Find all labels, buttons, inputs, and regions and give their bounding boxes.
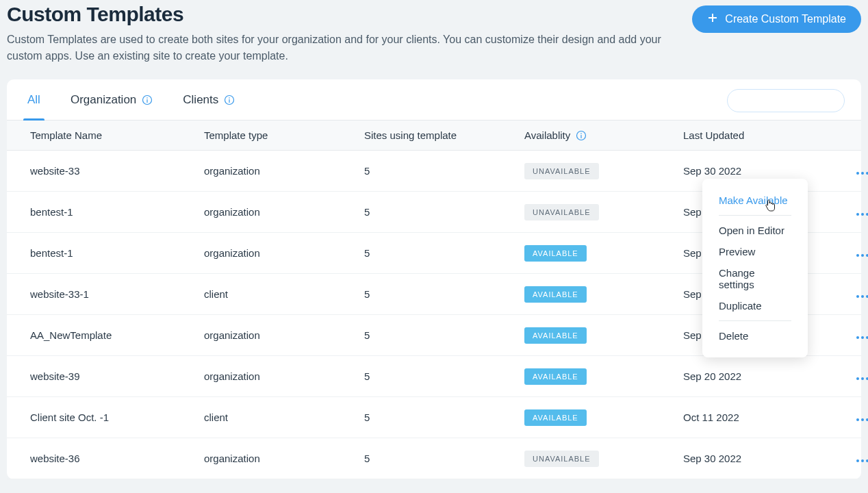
cell-template-name: bentest-1 bbox=[30, 206, 204, 218]
svg-point-16 bbox=[861, 295, 864, 298]
templates-panel: All Organization Clients Template Name T… bbox=[7, 79, 861, 479]
col-last-updated[interactable]: Last Updated bbox=[683, 129, 842, 141]
svg-point-10 bbox=[861, 213, 864, 216]
cell-sites-using: 5 bbox=[364, 165, 524, 177]
tab-all[interactable]: All bbox=[27, 79, 40, 120]
col-availability-label: Availablity bbox=[524, 129, 570, 141]
more-icon bbox=[856, 412, 868, 423]
menu-separator bbox=[719, 215, 791, 216]
search-input[interactable] bbox=[727, 89, 845, 112]
cell-template-type: organization bbox=[204, 247, 364, 259]
row-actions-button[interactable] bbox=[842, 453, 868, 464]
availability-badge: UNAVAILABLE bbox=[524, 451, 599, 467]
cell-template-name: Client site Oct. -1 bbox=[30, 412, 204, 423]
svg-point-7 bbox=[861, 172, 864, 175]
cell-availability: AVAILABLE bbox=[524, 409, 683, 426]
more-icon bbox=[856, 165, 868, 177]
menu-open-in-editor[interactable]: Open in Editor bbox=[719, 220, 791, 241]
cell-template-name: website-36 bbox=[30, 453, 204, 464]
cell-template-type: organization bbox=[204, 206, 364, 218]
tab-organization-label: Organization bbox=[71, 93, 136, 107]
col-availability[interactable]: Availablity bbox=[524, 129, 683, 141]
svg-point-3 bbox=[229, 97, 230, 99]
cell-template-type: organization bbox=[204, 370, 364, 382]
svg-point-28 bbox=[861, 459, 864, 462]
cell-availability: AVAILABLE bbox=[524, 286, 683, 303]
svg-point-12 bbox=[856, 254, 859, 257]
cell-last-updated: Sep 30 2022 bbox=[683, 453, 842, 464]
info-icon bbox=[142, 94, 153, 105]
cell-availability: UNAVAILABLE bbox=[524, 204, 683, 220]
svg-point-13 bbox=[861, 254, 864, 257]
info-icon bbox=[224, 94, 235, 105]
more-icon bbox=[856, 453, 868, 464]
cell-sites-using: 5 bbox=[364, 329, 524, 341]
svg-point-5 bbox=[580, 133, 582, 134]
svg-point-22 bbox=[861, 377, 864, 380]
svg-point-15 bbox=[856, 295, 859, 298]
info-icon bbox=[576, 130, 587, 141]
svg-point-18 bbox=[856, 336, 859, 339]
menu-duplicate[interactable]: Duplicate bbox=[719, 295, 791, 316]
availability-badge: UNAVAILABLE bbox=[524, 204, 599, 220]
more-icon bbox=[856, 247, 868, 259]
cell-template-type: client bbox=[204, 412, 364, 423]
cell-availability: AVAILABLE bbox=[524, 368, 683, 385]
availability-badge: AVAILABLE bbox=[524, 409, 587, 426]
more-icon bbox=[856, 288, 868, 300]
availability-badge: UNAVAILABLE bbox=[524, 163, 599, 179]
col-sites-using[interactable]: Sites using template bbox=[364, 129, 524, 141]
page-description: Custom Templates are used to create both… bbox=[7, 31, 671, 64]
plus-icon bbox=[707, 12, 718, 26]
more-icon bbox=[856, 329, 868, 341]
cell-template-name: website-33-1 bbox=[30, 288, 204, 300]
svg-point-19 bbox=[861, 336, 864, 339]
menu-delete[interactable]: Delete bbox=[719, 325, 791, 346]
svg-point-25 bbox=[861, 418, 864, 421]
cell-template-name: AA_NewTemplate bbox=[30, 329, 204, 341]
cell-sites-using: 5 bbox=[364, 206, 524, 218]
col-template-type[interactable]: Template type bbox=[204, 129, 364, 141]
row-actions-button[interactable] bbox=[842, 412, 868, 423]
svg-point-24 bbox=[856, 418, 859, 421]
row-actions-button[interactable] bbox=[842, 206, 868, 218]
cell-sites-using: 5 bbox=[364, 412, 524, 423]
tab-all-label: All bbox=[27, 93, 40, 107]
row-actions-button[interactable] bbox=[842, 247, 868, 259]
row-actions-button[interactable] bbox=[842, 329, 868, 341]
cell-sites-using: 5 bbox=[364, 370, 524, 382]
cell-last-updated: Oct 11 2022 bbox=[683, 412, 842, 423]
menu-change-settings[interactable]: Change settings bbox=[719, 262, 791, 295]
tabs: All Organization Clients bbox=[7, 79, 861, 121]
tab-clients-label: Clients bbox=[183, 93, 218, 107]
create-template-label: Create Custom Template bbox=[725, 13, 846, 25]
row-actions-button[interactable] bbox=[842, 288, 868, 300]
availability-badge: AVAILABLE bbox=[524, 245, 587, 262]
menu-preview[interactable]: Preview bbox=[719, 241, 791, 262]
cell-template-type: organization bbox=[204, 453, 364, 464]
svg-point-21 bbox=[856, 377, 859, 380]
table-row: Client site Oct. -1client5AVAILABLEOct 1… bbox=[7, 397, 861, 438]
row-actions-button[interactable] bbox=[842, 165, 868, 177]
svg-point-9 bbox=[856, 213, 859, 216]
tab-clients[interactable]: Clients bbox=[183, 79, 235, 120]
more-icon bbox=[856, 206, 868, 218]
cell-sites-using: 5 bbox=[364, 288, 524, 300]
row-actions-menu: Make Available Open in Editor Preview Ch… bbox=[702, 179, 808, 357]
cell-template-name: website-39 bbox=[30, 370, 204, 382]
menu-separator bbox=[719, 320, 791, 321]
create-template-button[interactable]: Create Custom Template bbox=[692, 5, 861, 33]
availability-badge: AVAILABLE bbox=[524, 286, 587, 303]
table-row: website-36organization5UNAVAILABLESep 30… bbox=[7, 438, 861, 479]
row-actions-button[interactable] bbox=[842, 370, 868, 382]
cell-sites-using: 5 bbox=[364, 453, 524, 464]
cell-template-type: organization bbox=[204, 329, 364, 341]
table-row: website-39organization5AVAILABLESep 20 2… bbox=[7, 356, 861, 397]
availability-badge: AVAILABLE bbox=[524, 327, 587, 344]
tab-organization[interactable]: Organization bbox=[71, 79, 153, 120]
svg-point-6 bbox=[856, 172, 859, 175]
menu-make-available[interactable]: Make Available bbox=[719, 190, 791, 211]
more-icon bbox=[856, 370, 868, 382]
cell-availability: AVAILABLE bbox=[524, 245, 683, 262]
col-template-name[interactable]: Template Name bbox=[30, 129, 204, 141]
